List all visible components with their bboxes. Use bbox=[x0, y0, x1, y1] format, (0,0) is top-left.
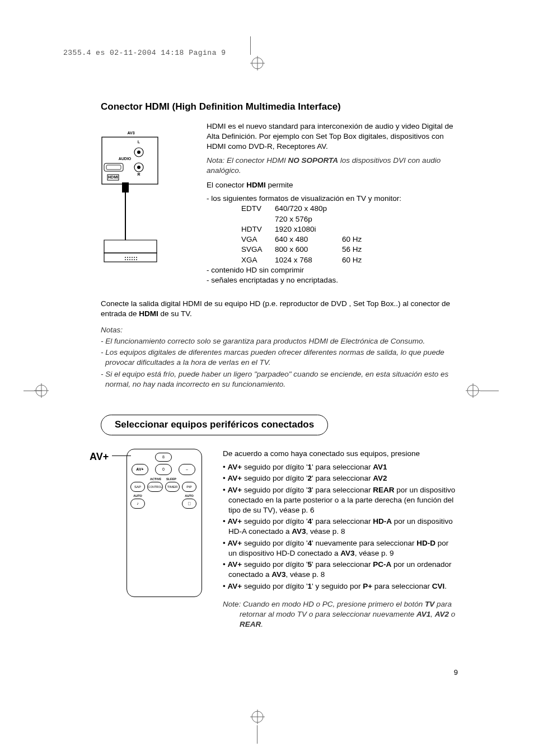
registration-mark bbox=[250, 56, 265, 71]
remote-button-0: 0 bbox=[155, 464, 172, 475]
hdmi-section-title: Conector HDMI (High Definition Multimedi… bbox=[101, 101, 459, 114]
page-content: Conector HDMI (High Definition Multimedi… bbox=[101, 101, 459, 633]
svg-point-26 bbox=[132, 257, 133, 258]
svg-point-23 bbox=[125, 257, 126, 258]
avplus-instruction-list: AV+ seguido por dígito '1' para seleccio… bbox=[223, 462, 459, 591]
svg-rect-13 bbox=[104, 163, 123, 171]
diagram-hdmi-label: HDMI bbox=[106, 175, 120, 180]
svg-point-24 bbox=[127, 257, 128, 258]
remote-label-auto-right: AUTO bbox=[182, 494, 196, 498]
svg-rect-20 bbox=[122, 182, 129, 192]
svg-point-30 bbox=[127, 259, 128, 260]
table-row: HDTV1920 x1080i bbox=[241, 224, 459, 234]
table-row: XGA1024 x 76860 Hz bbox=[241, 255, 459, 265]
svg-point-19 bbox=[137, 166, 140, 169]
encrypted-signals: - señales encriptadas y no encriptadas. bbox=[207, 275, 459, 285]
table-row: VGA640 x 48060 Hz bbox=[241, 234, 459, 245]
remote-button-cc: ⎕ bbox=[182, 499, 196, 509]
registration-mark bbox=[250, 710, 265, 724]
svg-point-25 bbox=[129, 257, 130, 258]
svg-point-31 bbox=[129, 259, 130, 260]
page-number: 9 bbox=[454, 668, 458, 678]
list-item: AV+ seguido por dígito '2' para seleccio… bbox=[223, 473, 459, 483]
note-item: - Si el equipo está frío, puede haber un… bbox=[101, 369, 459, 389]
svg-rect-14 bbox=[106, 165, 121, 170]
hdmi-connector-diagram: AV3 L AUDIO R HDMI bbox=[101, 121, 193, 264]
list-item: AV+ seguido por dígito '1' y seguido por… bbox=[223, 581, 459, 591]
list-item: AV+ seguido por dígito '3' para seleccio… bbox=[223, 485, 459, 516]
svg-point-28 bbox=[136, 257, 137, 258]
hdmi-permite: El conector HDMI permite bbox=[207, 180, 459, 190]
registration-mark bbox=[466, 383, 480, 398]
periph-note: Note: Cuando en modo HD o PC, presione p… bbox=[223, 599, 459, 630]
remote-label-active: ACTIVE bbox=[148, 477, 163, 481]
svg-point-17 bbox=[137, 151, 140, 154]
crop-mark bbox=[250, 36, 251, 55]
diagram-r-label: R bbox=[136, 172, 142, 177]
presione-intro: De acuerdo a como haya conectado sus equ… bbox=[223, 449, 459, 459]
hdmi-notes: Notas: - El funcionamiento correcto solo… bbox=[101, 325, 459, 389]
svg-point-32 bbox=[132, 259, 133, 260]
list-item: AV+ seguido por dígito '4' nuevamente pa… bbox=[223, 538, 459, 558]
list-item: AV+ seguido por dígito '4' para seleccio… bbox=[223, 516, 459, 537]
remote-button-music: ♪ bbox=[130, 499, 145, 509]
remote-button-pip: PIP bbox=[182, 482, 196, 492]
remote-button-8: 8 bbox=[155, 453, 172, 462]
remote-button-avplus: AV+ bbox=[132, 464, 148, 475]
hdmi-connect-instruction: Conecte la salida digital HDMI de su equ… bbox=[101, 299, 459, 319]
note-item: - Los equipos digitales de diferentes ma… bbox=[101, 348, 459, 368]
svg-point-29 bbox=[125, 259, 126, 260]
hdmi-dvi-note: Nota: El conector HDMI NO SOPORTA los di… bbox=[207, 156, 459, 176]
notes-heading: Notas: bbox=[101, 325, 459, 335]
remote-diagram: 8 AV+ 0 – ACTIVE SLEEP SAP CONTROL TIMER… bbox=[127, 449, 202, 597]
remote-label-auto-left: AUTO bbox=[130, 494, 145, 498]
avplus-callout-label: AV+ bbox=[90, 450, 109, 463]
svg-point-27 bbox=[134, 257, 135, 258]
table-row: EDTV640/720 x 480p bbox=[241, 204, 459, 214]
formats-intro: - los siguientes formatos de visualizaci… bbox=[207, 194, 459, 204]
crop-mark bbox=[257, 725, 257, 744]
crop-mark bbox=[480, 391, 499, 391]
list-item: AV+ seguido por dígito '1' para seleccio… bbox=[223, 462, 459, 472]
svg-point-34 bbox=[136, 259, 137, 260]
crop-mark bbox=[24, 391, 42, 391]
svg-point-33 bbox=[134, 259, 135, 260]
table-row: SVGA800 x 60056 Hz bbox=[241, 245, 459, 255]
print-header: 2355.4 es 02-11-2004 14:18 Pagina 9 bbox=[63, 48, 226, 58]
formats-table: EDTV640/720 x 480p 720 x 576p HDTV1920 x… bbox=[241, 204, 459, 265]
remote-button-sap: SAP bbox=[130, 482, 145, 492]
peripherals-section-title: Seleccionar equipos periféricos conectad… bbox=[101, 415, 328, 435]
hdmi-intro: HDMI es el nuevo standard para intercone… bbox=[207, 121, 459, 152]
diagram-audio-label: AUDIO bbox=[116, 156, 133, 161]
hd-uncompressed: - contenido HD sin comprimir bbox=[207, 265, 459, 275]
remote-button-timer: TIMER bbox=[165, 482, 180, 492]
list-item: AV+ seguido por dígito '5' para seleccio… bbox=[223, 560, 459, 580]
diagram-l-label: L bbox=[136, 139, 142, 144]
remote-button-control: CONTROL bbox=[147, 482, 163, 492]
remote-label-sleep: SLEEP bbox=[164, 477, 179, 481]
remote-button-dash: – bbox=[179, 464, 195, 475]
diagram-av3-label: AV3 bbox=[125, 130, 137, 135]
note-item: - El funcionamiento correcto solo se gar… bbox=[101, 336, 459, 346]
table-row: 720 x 576p bbox=[241, 214, 459, 224]
svg-rect-22 bbox=[104, 253, 157, 262]
